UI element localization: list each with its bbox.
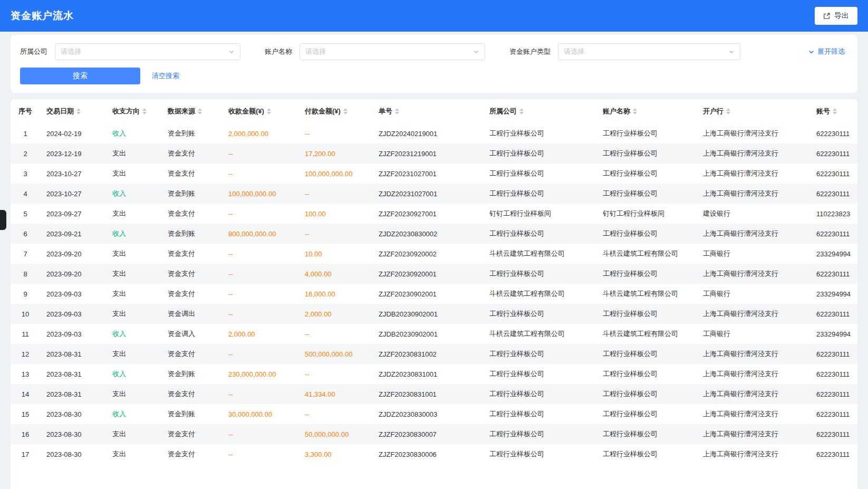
cell-no: 13 bbox=[11, 364, 40, 384]
cell-direction: 支出 bbox=[106, 264, 161, 284]
account-type-select[interactable]: 请选择 bbox=[558, 43, 740, 60]
column-header-11[interactable]: 账号 bbox=[810, 99, 857, 123]
cell-date: 2023-10-27 bbox=[40, 184, 106, 204]
cell-receive: 2,000.00 bbox=[222, 324, 298, 344]
company-select[interactable]: 请选择 bbox=[55, 43, 240, 60]
table-row[interactable]: 122023-08-31支出资金支付--500,000,000.00ZJZF20… bbox=[11, 344, 857, 364]
cell-account_no: 622230111 bbox=[810, 344, 857, 364]
sort-icon[interactable] bbox=[833, 108, 837, 114]
cell-company: 斗栱云建筑工程有限公司 bbox=[483, 244, 596, 264]
sort-icon[interactable] bbox=[343, 108, 348, 114]
table-row[interactable]: 82023-09-20支出资金支付--4,000.00ZJZF202309200… bbox=[11, 264, 857, 284]
sort-icon[interactable] bbox=[76, 108, 81, 114]
column-header-10[interactable]: 开户行 bbox=[697, 99, 810, 123]
cell-company: 工程行业样板公司 bbox=[483, 344, 596, 364]
table-row[interactable]: 112023-09-03收入资金调入2,000.00--ZJDB20230902… bbox=[11, 324, 857, 344]
cell-order_no: ZJZF20230902001 bbox=[372, 284, 483, 304]
cell-bank: 上海工商银行漕河泾支行 bbox=[697, 444, 810, 464]
cell-pay: -- bbox=[298, 404, 372, 424]
column-header-7[interactable]: 单号 bbox=[372, 99, 483, 123]
column-header-3[interactable]: 收支方向 bbox=[106, 99, 161, 123]
table-row[interactable]: 62023-09-21收入资金到账800,000,000.00--ZJDZ202… bbox=[11, 224, 857, 244]
cell-source: 资金到账 bbox=[161, 123, 222, 143]
column-header-6[interactable]: 付款金额(¥) bbox=[298, 99, 372, 123]
cell-account: 钉钉工程行业样板间 bbox=[596, 204, 697, 224]
cell-receive: -- bbox=[222, 304, 298, 324]
cell-company: 工程行业样板公司 bbox=[483, 364, 596, 384]
column-header-2[interactable]: 交易日期 bbox=[40, 99, 106, 123]
cell-company: 工程行业样板公司 bbox=[483, 143, 596, 164]
column-header-8[interactable]: 所属公司 bbox=[483, 99, 596, 123]
cell-receive: -- bbox=[222, 424, 298, 444]
cell-date: 2023-09-27 bbox=[40, 204, 106, 224]
expand-filters-link[interactable]: 展开筛选 bbox=[808, 47, 845, 56]
cell-receive: -- bbox=[222, 244, 298, 264]
search-button[interactable]: 搜索 bbox=[20, 68, 140, 84]
cell-company: 工程行业样板公司 bbox=[483, 424, 596, 444]
cell-direction: 支出 bbox=[106, 244, 161, 264]
cell-no: 17 bbox=[11, 444, 40, 464]
cell-bank: 上海工商银行漕河泾支行 bbox=[697, 123, 810, 143]
cell-direction: 收入 bbox=[106, 364, 161, 384]
cell-bank: 上海工商银行漕河泾支行 bbox=[697, 224, 810, 244]
table-row[interactable]: 152023-08-30收入资金到账30,000,000.00--ZJDZ202… bbox=[11, 404, 857, 424]
cell-bank: 工商银行 bbox=[697, 324, 810, 344]
cell-no: 7 bbox=[11, 244, 40, 264]
cell-receive: -- bbox=[222, 204, 298, 224]
cell-pay: 17,200.00 bbox=[298, 143, 372, 164]
cell-account: 工程行业样板公司 bbox=[596, 264, 697, 284]
cell-bank: 上海工商银行漕河泾支行 bbox=[697, 424, 810, 444]
table-row[interactable]: 102023-09-03支出资金调出--2,000.00ZJDB20230902… bbox=[11, 304, 857, 324]
table-row[interactable]: 172023-08-30支出资金支付--3,300.00ZJZF20230830… bbox=[11, 444, 857, 464]
cell-date: 2023-08-31 bbox=[40, 364, 106, 384]
clear-search-link[interactable]: 清空搜索 bbox=[152, 71, 179, 81]
cell-no: 1 bbox=[11, 123, 40, 143]
cell-account: 斗栱云建筑工程有限公司 bbox=[596, 324, 697, 344]
table-row[interactable]: 32023-10-27支出资金支付--100,000,000.00ZJZF202… bbox=[11, 164, 857, 184]
cell-pay: 16,000.00 bbox=[298, 284, 372, 304]
sort-icon[interactable] bbox=[633, 108, 637, 114]
cell-date: 2023-09-03 bbox=[40, 324, 106, 344]
table-row[interactable]: 92023-09-03支出资金支付--16,000.00ZJZF20230902… bbox=[11, 284, 857, 304]
sort-icon[interactable] bbox=[519, 108, 524, 114]
cell-account_no: 622230111 bbox=[810, 123, 857, 143]
sort-icon[interactable] bbox=[395, 108, 399, 114]
cell-order_no: ZJZF20230831002 bbox=[372, 344, 483, 364]
export-button[interactable]: 导出 bbox=[815, 7, 857, 25]
sort-icon[interactable] bbox=[142, 108, 147, 114]
cell-bank: 上海工商银行漕河泾支行 bbox=[697, 164, 810, 184]
table-row[interactable]: 72023-09-20支出资金支付--10.00ZJZF20230920002斗… bbox=[11, 244, 857, 264]
table-row[interactable]: 52023-09-27支出资金支付--100.00ZJZF20230927001… bbox=[11, 204, 857, 224]
sort-icon[interactable] bbox=[267, 108, 271, 114]
cell-date: 2023-12-19 bbox=[40, 143, 106, 164]
cell-direction: 支出 bbox=[106, 164, 161, 184]
cell-account: 工程行业样板公司 bbox=[596, 224, 697, 244]
cell-date: 2023-09-20 bbox=[40, 264, 106, 284]
side-drawer-handle[interactable] bbox=[0, 210, 6, 230]
cell-pay: -- bbox=[298, 364, 372, 384]
sort-icon[interactable] bbox=[198, 108, 202, 114]
cell-source: 资金支付 bbox=[161, 384, 222, 404]
column-header-4[interactable]: 数据来源 bbox=[161, 99, 222, 123]
cell-account: 工程行业样板公司 bbox=[596, 424, 697, 444]
table-row[interactable]: 162023-08-30支出资金支付--50,000,000.00ZJZF202… bbox=[11, 424, 857, 444]
cell-order_no: ZJZF20230831001 bbox=[372, 384, 483, 404]
account-name-select[interactable]: 请选择 bbox=[300, 43, 485, 60]
table-row[interactable]: 42023-10-27收入资金到账100,000,000.00--ZJDZ202… bbox=[11, 184, 857, 204]
cell-pay: -- bbox=[298, 324, 372, 344]
cell-account_no: 622230111 bbox=[810, 143, 857, 164]
cell-account_no: 622230111 bbox=[810, 404, 857, 424]
cell-direction: 收入 bbox=[106, 224, 161, 244]
cell-receive: -- bbox=[222, 344, 298, 364]
sort-icon[interactable] bbox=[726, 108, 730, 114]
cell-account: 工程行业样板公司 bbox=[596, 384, 697, 404]
company-filter-label: 所属公司 bbox=[20, 47, 47, 56]
table-row[interactable]: 132023-08-31收入资金到账230,000,000.00--ZJDZ20… bbox=[11, 364, 857, 384]
column-header-5[interactable]: 收款金额(¥) bbox=[222, 99, 298, 123]
table-row[interactable]: 22023-12-19支出资金支付--17,200.00ZJZF20231219… bbox=[11, 143, 857, 164]
cell-order_no: ZJZF20230830007 bbox=[372, 424, 483, 444]
table-row[interactable]: 12024-02-19收入资金到账2,000,000.00--ZJDZ20240… bbox=[11, 123, 857, 143]
table-row[interactable]: 142023-08-31支出资金支付--41,334.00ZJZF2023083… bbox=[11, 384, 857, 404]
column-header-9[interactable]: 账户名称 bbox=[596, 99, 697, 123]
cell-no: 8 bbox=[11, 264, 40, 284]
